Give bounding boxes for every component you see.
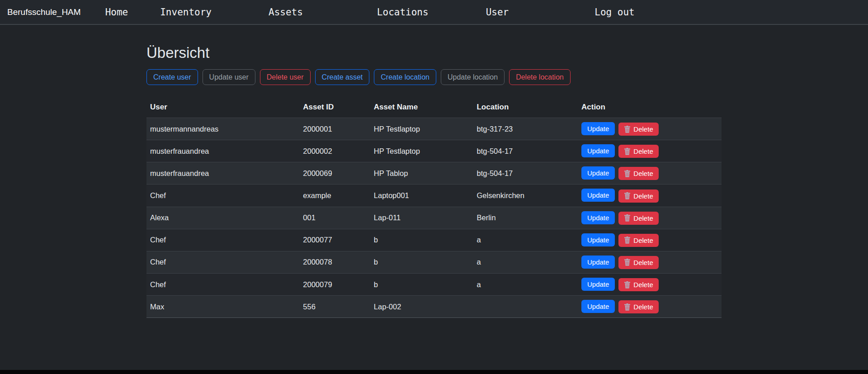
nav-item-user[interactable]: User	[486, 7, 509, 18]
cell-user: Chef	[146, 251, 299, 273]
delete-button[interactable]: Delete	[618, 189, 658, 203]
table-row: ChefexampleLaptop001GelsenkirchenUpdateD…	[146, 185, 722, 207]
cell-asset-id: 2000069	[299, 162, 370, 185]
nav-item-assets[interactable]: Assets	[269, 7, 303, 18]
cell-asset-name: b	[370, 251, 473, 273]
nav-item-log-out[interactable]: Log out	[594, 7, 635, 18]
delete-button-label: Delete	[633, 125, 653, 133]
table-row: Chef2000077baUpdateDelete	[146, 229, 722, 251]
delete-button[interactable]: Delete	[618, 278, 658, 291]
cell-user: Chef	[146, 185, 299, 207]
delete-button-label: Delete	[633, 259, 653, 266]
update-location-button[interactable]: Update location	[441, 69, 505, 85]
update-button[interactable]: Update	[581, 211, 615, 224]
create-user-button[interactable]: Create user	[146, 69, 198, 85]
cell-location: a	[473, 251, 578, 273]
cell-asset-name: Lap-002	[370, 296, 473, 318]
nav-item-locations[interactable]: Locations	[377, 7, 429, 18]
delete-button-label: Delete	[633, 237, 653, 244]
assets-table: UserAsset IDAsset NameLocationAction mus…	[146, 97, 722, 318]
cell-action: UpdateDelete	[578, 140, 722, 162]
delete-button-label: Delete	[633, 170, 653, 177]
update-button[interactable]: Update	[581, 300, 615, 313]
trash-icon	[624, 214, 631, 222]
table-row: Chef2000079baUpdateDelete	[146, 273, 722, 295]
cell-action: UpdateDelete	[578, 185, 722, 207]
update-button[interactable]: Update	[581, 278, 615, 291]
trash-icon	[624, 303, 631, 311]
cell-asset-name: HP Testlaptop	[370, 118, 473, 140]
update-button[interactable]: Update	[581, 122, 615, 135]
cell-location: a	[473, 229, 578, 251]
column-header-user: User	[146, 97, 299, 118]
table-row: mustermannandreas2000001HP Testlaptopbtg…	[146, 118, 722, 140]
delete-user-button[interactable]: Delete user	[260, 69, 311, 85]
cell-location: a	[473, 273, 578, 295]
cell-action: UpdateDelete	[578, 162, 722, 185]
cell-asset-name: b	[370, 229, 473, 251]
delete-button-label: Delete	[633, 214, 653, 222]
delete-button-label: Delete	[633, 281, 653, 289]
trash-icon	[624, 126, 631, 133]
delete-button-label: Delete	[633, 147, 653, 155]
delete-button[interactable]: Delete	[618, 234, 658, 247]
cell-asset-id: 556	[299, 296, 370, 318]
update-button[interactable]: Update	[581, 189, 615, 202]
update-button[interactable]: Update	[581, 166, 615, 180]
delete-button[interactable]: Delete	[618, 123, 658, 136]
cell-asset-name: b	[370, 273, 473, 295]
update-button[interactable]: Update	[581, 256, 615, 269]
delete-button[interactable]: Delete	[618, 256, 658, 269]
delete-location-button[interactable]: Delete location	[509, 69, 571, 85]
cell-user: musterfrauandrea	[146, 140, 299, 162]
cell-asset-id: 2000002	[299, 140, 370, 162]
trash-icon	[624, 281, 631, 289]
column-header-asset-name: Asset Name	[370, 97, 473, 118]
delete-button[interactable]: Delete	[618, 300, 658, 313]
cell-user: Chef	[146, 273, 299, 295]
cell-asset-id: 2000001	[299, 118, 370, 140]
table-row: musterfrauandrea2000069HP Tablopbtg-504-…	[146, 162, 722, 185]
delete-button-label: Delete	[633, 303, 653, 311]
delete-button[interactable]: Delete	[618, 167, 658, 180]
top-navbar: Berufsschule_HAM HomeInventoryAssetsLoca…	[0, 0, 868, 25]
cell-action: UpdateDelete	[578, 229, 722, 251]
table-row: Max556Lap-002UpdateDelete	[146, 296, 722, 318]
trash-icon	[624, 259, 631, 266]
cell-location: btg-504-17	[473, 162, 578, 185]
column-header-location: Location	[473, 97, 578, 118]
trash-icon	[624, 148, 631, 155]
cell-asset-name: HP Tablop	[370, 162, 473, 185]
page-title: Übersicht	[146, 44, 722, 62]
update-user-button[interactable]: Update user	[203, 69, 255, 85]
cell-asset-id: 2000079	[299, 273, 370, 295]
cell-location: btg-504-17	[473, 140, 578, 162]
cell-location: Gelsenkirchen	[473, 185, 578, 207]
cell-asset-name: Laptop001	[370, 185, 473, 207]
nav-item-home[interactable]: Home	[105, 7, 128, 18]
create-asset-button[interactable]: Create asset	[315, 69, 370, 85]
delete-button[interactable]: Delete	[618, 145, 658, 158]
update-button[interactable]: Update	[581, 233, 615, 246]
cell-action: UpdateDelete	[578, 207, 722, 229]
table-row: musterfrauandrea2000002HP Testlaptopbtg-…	[146, 140, 722, 162]
update-button[interactable]: Update	[581, 144, 615, 157]
trash-icon	[624, 170, 631, 177]
nav-item-inventory[interactable]: Inventory	[160, 7, 212, 18]
column-header-asset-id: Asset ID	[299, 97, 370, 118]
cell-user: mustermannandreas	[146, 118, 299, 140]
action-button-row: Create userUpdate userDelete userCreate …	[146, 69, 722, 85]
cell-location: btg-317-23	[473, 118, 578, 140]
cell-action: UpdateDelete	[578, 251, 722, 273]
cell-action: UpdateDelete	[578, 118, 722, 140]
cell-asset-id: 001	[299, 207, 370, 229]
cell-asset-id: 2000078	[299, 251, 370, 273]
table-header: UserAsset IDAsset NameLocationAction	[146, 97, 722, 118]
brand-logo[interactable]: Berufsschule_HAM	[7, 7, 81, 17]
cell-user: Chef	[146, 229, 299, 251]
cell-user: musterfrauandrea	[146, 162, 299, 185]
cell-asset-name: HP Testlaptop	[370, 140, 473, 162]
delete-button[interactable]: Delete	[618, 212, 658, 225]
create-location-button[interactable]: Create location	[374, 69, 436, 85]
cell-asset-name: Lap-011	[370, 207, 473, 229]
